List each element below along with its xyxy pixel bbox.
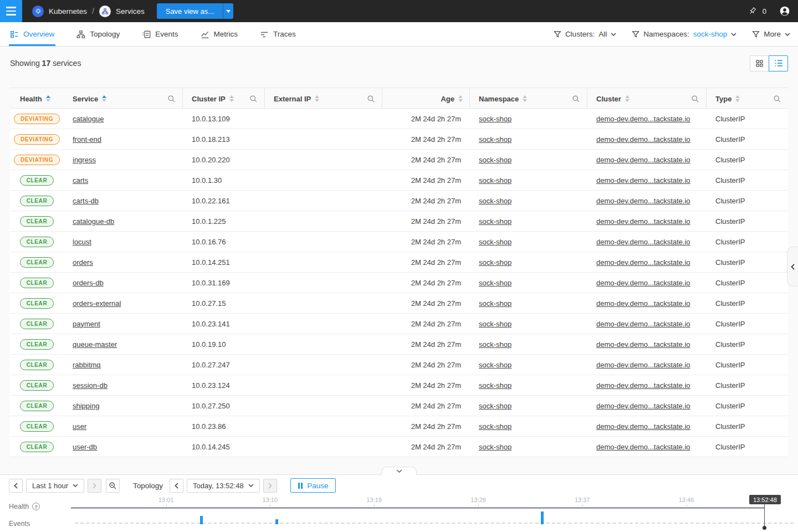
tab-overview[interactable]: Overview bbox=[9, 22, 55, 46]
time-range-select[interactable]: Last 1 hour bbox=[26, 479, 84, 493]
time-back-button[interactable] bbox=[170, 479, 183, 493]
details-panel-expand-handle[interactable] bbox=[787, 247, 798, 287]
breadcrumb-kubernetes[interactable]: Kubernetes bbox=[32, 6, 87, 17]
namespace-link[interactable]: sock-shop bbox=[479, 361, 511, 369]
cluster-link[interactable]: demo-dev.demo...tackstate.io bbox=[596, 402, 690, 410]
tab-events[interactable]: Events bbox=[141, 22, 179, 46]
save-view-caret-button[interactable] bbox=[223, 3, 233, 19]
column-header[interactable]: Namespace bbox=[470, 88, 587, 109]
avatar[interactable] bbox=[779, 6, 790, 17]
sort-arrows-icon[interactable] bbox=[735, 95, 740, 102]
column-header[interactable]: Age bbox=[382, 88, 470, 109]
sort-arrows-icon[interactable] bbox=[46, 95, 50, 102]
grid-view-button[interactable] bbox=[750, 55, 769, 71]
namespace-link[interactable]: sock-shop bbox=[479, 115, 511, 123]
namespace-link[interactable]: sock-shop bbox=[479, 197, 511, 205]
zoom-out-button[interactable] bbox=[106, 479, 120, 493]
range-back-button[interactable] bbox=[9, 479, 23, 493]
cluster-link[interactable]: demo-dev.demo...tackstate.io bbox=[596, 422, 690, 431]
filter-clusters[interactable]: Clusters: All bbox=[554, 30, 616, 38]
namespace-link[interactable]: sock-shop bbox=[479, 299, 511, 308]
pause-button[interactable]: Pause bbox=[290, 478, 336, 493]
search-icon[interactable] bbox=[167, 95, 176, 103]
column-header[interactable]: Health bbox=[10, 88, 64, 109]
service-link[interactable]: catalogue bbox=[73, 115, 104, 123]
service-link[interactable]: orders-external bbox=[73, 299, 121, 308]
service-link[interactable]: carts-db bbox=[73, 197, 99, 205]
event-marker[interactable] bbox=[541, 511, 544, 524]
service-link[interactable]: locust bbox=[73, 238, 91, 246]
namespace-link[interactable]: sock-shop bbox=[479, 135, 511, 144]
filter-more[interactable]: More bbox=[752, 30, 790, 38]
filter-namespaces[interactable]: Namespaces: sock-shop bbox=[632, 30, 736, 38]
service-link[interactable]: front-end bbox=[73, 135, 101, 144]
cluster-link[interactable]: demo-dev.demo...tackstate.io bbox=[596, 381, 690, 390]
tab-metrics[interactable]: Metrics bbox=[200, 22, 239, 46]
sort-arrows-icon[interactable] bbox=[229, 95, 234, 102]
column-header[interactable]: Cluster bbox=[587, 88, 707, 109]
sort-arrows-icon[interactable] bbox=[625, 95, 630, 102]
service-link[interactable]: rabbitmq bbox=[73, 361, 101, 369]
event-marker[interactable] bbox=[200, 516, 203, 524]
help-icon[interactable]: ? bbox=[32, 503, 40, 510]
search-icon[interactable] bbox=[367, 95, 375, 103]
cluster-link[interactable]: demo-dev.demo...tackstate.io bbox=[596, 340, 690, 349]
cluster-link[interactable]: demo-dev.demo...tackstate.io bbox=[596, 176, 690, 185]
cluster-link[interactable]: demo-dev.demo...tackstate.io bbox=[596, 238, 690, 246]
cluster-link[interactable]: demo-dev.demo...tackstate.io bbox=[596, 115, 690, 123]
sort-arrows-icon[interactable] bbox=[458, 95, 463, 102]
service-link[interactable]: user-db bbox=[73, 443, 97, 451]
cluster-link[interactable]: demo-dev.demo...tackstate.io bbox=[596, 361, 690, 369]
cluster-link[interactable]: demo-dev.demo...tackstate.io bbox=[596, 135, 690, 144]
namespace-link[interactable]: sock-shop bbox=[479, 279, 511, 287]
service-link[interactable]: orders-db bbox=[73, 279, 104, 287]
search-icon[interactable] bbox=[773, 95, 781, 103]
pin-icon[interactable] bbox=[748, 7, 758, 16]
sort-arrows-icon[interactable] bbox=[315, 95, 319, 102]
namespace-link[interactable]: sock-shop bbox=[479, 176, 511, 185]
menu-icon[interactable] bbox=[0, 0, 22, 22]
namespace-link[interactable]: sock-shop bbox=[479, 238, 511, 246]
service-link[interactable]: carts bbox=[73, 176, 88, 185]
save-view-button[interactable]: Save view as... bbox=[157, 3, 223, 19]
cluster-link[interactable]: demo-dev.demo...tackstate.io bbox=[596, 258, 690, 267]
column-header[interactable]: Type bbox=[707, 88, 788, 109]
breadcrumb-services[interactable]: Services bbox=[99, 6, 145, 17]
topology-time-select[interactable]: Today, 13:52:48 bbox=[187, 479, 260, 493]
service-link[interactable]: ingress bbox=[73, 156, 96, 164]
namespace-link[interactable]: sock-shop bbox=[479, 381, 511, 390]
column-header[interactable]: Service bbox=[64, 88, 183, 109]
service-link[interactable]: queue-master bbox=[73, 340, 117, 349]
timeline-collapse-tab[interactable] bbox=[381, 467, 417, 475]
service-link[interactable]: shipping bbox=[73, 402, 99, 410]
service-link[interactable]: catalogue-db bbox=[73, 217, 114, 226]
column-header[interactable]: External IP bbox=[265, 88, 382, 109]
cluster-link[interactable]: demo-dev.demo...tackstate.io bbox=[596, 217, 690, 226]
time-forward-button[interactable] bbox=[263, 479, 277, 493]
namespace-link[interactable]: sock-shop bbox=[479, 156, 511, 164]
search-icon[interactable] bbox=[249, 95, 258, 103]
event-marker[interactable] bbox=[275, 519, 278, 524]
cluster-link[interactable]: demo-dev.demo...tackstate.io bbox=[596, 156, 690, 164]
namespace-link[interactable]: sock-shop bbox=[479, 340, 511, 349]
cluster-link[interactable]: demo-dev.demo...tackstate.io bbox=[596, 320, 690, 328]
search-icon[interactable] bbox=[691, 95, 699, 103]
cluster-link[interactable]: demo-dev.demo...tackstate.io bbox=[596, 443, 690, 451]
service-link[interactable]: user bbox=[73, 422, 86, 431]
column-header[interactable]: Cluster IP bbox=[183, 88, 265, 109]
service-link[interactable]: payment bbox=[73, 320, 100, 328]
namespace-link[interactable]: sock-shop bbox=[479, 402, 511, 410]
tab-topology[interactable]: Topology bbox=[75, 22, 121, 46]
cluster-link[interactable]: demo-dev.demo...tackstate.io bbox=[596, 197, 690, 205]
search-icon[interactable] bbox=[572, 95, 580, 103]
namespace-link[interactable]: sock-shop bbox=[479, 217, 511, 226]
list-view-button[interactable] bbox=[769, 55, 788, 71]
service-link[interactable]: orders bbox=[73, 258, 93, 267]
sort-arrows-icon[interactable] bbox=[523, 95, 527, 102]
sort-arrows-icon[interactable] bbox=[102, 95, 106, 102]
tab-traces[interactable]: Traces bbox=[259, 22, 297, 46]
service-link[interactable]: session-db bbox=[73, 381, 108, 390]
namespace-link[interactable]: sock-shop bbox=[479, 320, 511, 328]
namespace-link[interactable]: sock-shop bbox=[479, 258, 511, 267]
namespace-link[interactable]: sock-shop bbox=[479, 422, 511, 431]
